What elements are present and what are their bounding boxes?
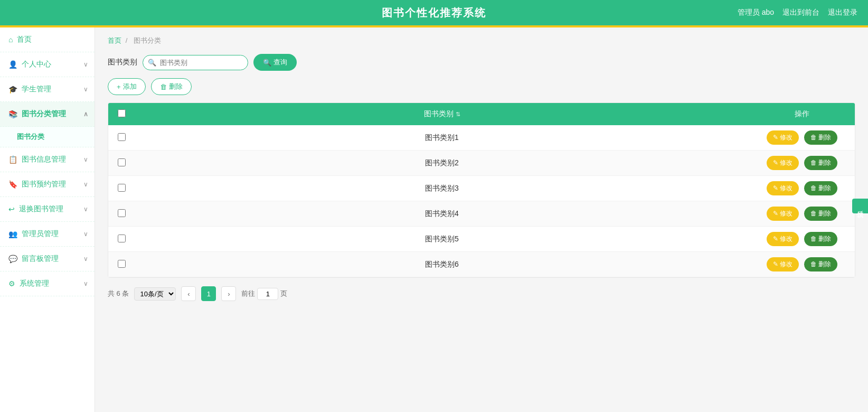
reserve-icon: 🔖: [8, 180, 17, 189]
row-category: 图书类别3: [135, 176, 749, 201]
breadcrumb-current: 图书分类: [134, 36, 161, 44]
row-delete-button[interactable]: 🗑 删除: [804, 257, 837, 271]
system-icon: ⚙: [8, 279, 15, 288]
sidebar-item-label: 学生管理: [22, 85, 51, 94]
add-label: 添加: [123, 82, 137, 91]
current-page: 1: [201, 286, 216, 301]
sidebar-item-label: 留言板管理: [22, 254, 59, 264]
feedback-tab[interactable]: 反馈: [852, 199, 868, 213]
edit-button[interactable]: ✎ 修改: [767, 156, 799, 170]
row-checkbox-cell: [108, 176, 135, 201]
sidebar-item-home[interactable]: ⌂ 首页: [0, 27, 95, 52]
row-delete-button[interactable]: 🗑 删除: [804, 181, 837, 195]
table-row: 图书类别5 ✎ 修改 🗑 删除: [108, 227, 855, 252]
sidebar-item-label: 图书信息管理: [22, 155, 66, 164]
sidebar-item-student[interactable]: 🎓 学生管理 ∨: [0, 77, 95, 102]
row-category: 图书类别6: [135, 252, 749, 277]
delete-icon: 🗑: [160, 83, 167, 91]
row-checkbox[interactable]: [118, 184, 126, 192]
next-page-button[interactable]: ›: [221, 286, 236, 301]
search-btn-icon: 🔍: [263, 59, 271, 67]
add-button[interactable]: + 添加: [108, 78, 146, 95]
logout-link[interactable]: 退出登录: [828, 8, 857, 17]
row-actions: ✎ 修改 🗑 删除: [749, 125, 855, 151]
sort-icon: ⇅: [456, 111, 460, 118]
breadcrumb-separator: /: [126, 36, 128, 44]
row-category: 图书类别5: [135, 227, 749, 252]
goto-page-input[interactable]: [257, 288, 278, 300]
table-row: 图书类别3 ✎ 修改 🗑 删除: [108, 176, 855, 201]
row-delete-button[interactable]: 🗑 删除: [804, 156, 837, 170]
add-icon: +: [117, 83, 121, 91]
breadcrumb-home[interactable]: 首页: [108, 36, 121, 44]
sidebar-subitem-label: 图书分类: [17, 133, 44, 141]
sidebar-item-book-category[interactable]: 📚 图书分类管理 ∧: [0, 102, 95, 127]
row-actions: ✎ 修改 🗑 删除: [749, 151, 855, 176]
th-action: 操作: [749, 103, 855, 125]
chevron-up-icon: ∧: [83, 110, 88, 118]
edit-button[interactable]: ✎ 修改: [767, 181, 799, 195]
book-icon: 📚: [8, 110, 17, 118]
row-actions: ✎ 修改 🗑 删除: [749, 176, 855, 201]
row-delete-button[interactable]: 🗑 删除: [804, 130, 837, 145]
chevron-down-icon: ∨: [83, 181, 88, 188]
row-delete-button[interactable]: 🗑 删除: [804, 232, 837, 246]
action-bar: + 添加 🗑 删除: [108, 78, 855, 95]
search-button[interactable]: 🔍 查询: [253, 54, 297, 71]
sidebar-item-book-return[interactable]: ↩ 退换图书管理 ∨: [0, 197, 95, 222]
sidebar-item-book-reserve[interactable]: 🔖 图书预约管理 ∨: [0, 172, 95, 197]
edit-button[interactable]: ✎ 修改: [767, 257, 799, 271]
row-category: 图书类别2: [135, 151, 749, 176]
search-input-wrap: 🔍: [143, 55, 248, 70]
table-row: 图书类别1 ✎ 修改 🗑 删除: [108, 125, 855, 151]
home-icon: ⌂: [8, 35, 13, 44]
th-category[interactable]: 图书类别 ⇅: [135, 103, 749, 125]
sidebar-subitem-book-category[interactable]: 图书分类: [0, 127, 95, 147]
pagination: 共 6 条 10条/页 20条/页 50条/页 ‹ 1 › 前往 页: [108, 286, 855, 301]
total-count: 共 6 条: [108, 289, 129, 298]
row-checkbox[interactable]: [118, 209, 126, 217]
chevron-down-icon: ∨: [83, 205, 88, 213]
row-checkbox[interactable]: [118, 158, 126, 166]
sidebar-item-personal[interactable]: 👤 个人中心 ∨: [0, 52, 95, 77]
comment-icon: 💬: [8, 255, 17, 263]
chevron-down-icon: ∨: [83, 280, 88, 287]
data-table: 图书类别 ⇅ 操作 图书类别1 ✎ 修改 🗑 删除: [108, 102, 855, 278]
header-actions: 管理员 abo 退出到前台 退出登录: [738, 8, 857, 17]
batch-delete-button[interactable]: 🗑 删除: [151, 78, 192, 95]
goto-label: 前往: [241, 289, 255, 298]
page-goto: 前往 页: [241, 288, 287, 300]
edit-button[interactable]: ✎ 修改: [767, 207, 799, 221]
app-title: 图书个性化推荐系统: [382, 6, 486, 20]
header: 图书个性化推荐系统 管理员 abo 退出到前台 退出登录: [0, 0, 868, 25]
select-all-checkbox[interactable]: [118, 109, 126, 117]
sidebar-item-admin[interactable]: 👥 管理员管理 ∨: [0, 222, 95, 247]
return-icon: ↩: [8, 205, 15, 213]
row-actions: ✎ 修改 🗑 删除: [749, 227, 855, 252]
row-checkbox[interactable]: [118, 260, 126, 268]
row-checkbox[interactable]: [118, 235, 126, 242]
search-input[interactable]: [143, 55, 248, 70]
sidebar-item-label: 系统管理: [20, 279, 49, 288]
chevron-down-icon: ∨: [83, 156, 88, 163]
layout: ⌂ 首页 👤 个人中心 ∨ 🎓 学生管理 ∨ 📚 图书分类管理 ∧ 图书分类 📋…: [0, 27, 868, 412]
chevron-down-icon: ∨: [83, 86, 88, 93]
page-suffix: 页: [280, 289, 287, 298]
sidebar-item-system[interactable]: ⚙ 系统管理 ∨: [0, 271, 95, 296]
edit-button[interactable]: ✎ 修改: [767, 232, 799, 246]
row-actions: ✎ 修改 🗑 删除: [749, 252, 855, 277]
goto-front-link[interactable]: 退出到前台: [782, 8, 819, 17]
student-icon: 🎓: [8, 85, 17, 93]
row-delete-button[interactable]: 🗑 删除: [804, 207, 837, 221]
sidebar-item-comment[interactable]: 💬 留言板管理 ∨: [0, 247, 95, 271]
person-icon: 👤: [8, 60, 17, 69]
sidebar: ⌂ 首页 👤 个人中心 ∨ 🎓 学生管理 ∨ 📚 图书分类管理 ∧ 图书分类 📋…: [0, 27, 95, 412]
chevron-down-icon: ∨: [83, 61, 88, 68]
per-page-select[interactable]: 10条/页 20条/页 50条/页: [134, 287, 176, 301]
row-checkbox[interactable]: [118, 133, 126, 141]
edit-button[interactable]: ✎ 修改: [767, 130, 799, 145]
sidebar-item-book-info[interactable]: 📋 图书信息管理 ∨: [0, 147, 95, 172]
table-row: 图书类别2 ✎ 修改 🗑 删除: [108, 151, 855, 176]
prev-page-button[interactable]: ‹: [181, 286, 196, 301]
row-checkbox-cell: [108, 227, 135, 252]
